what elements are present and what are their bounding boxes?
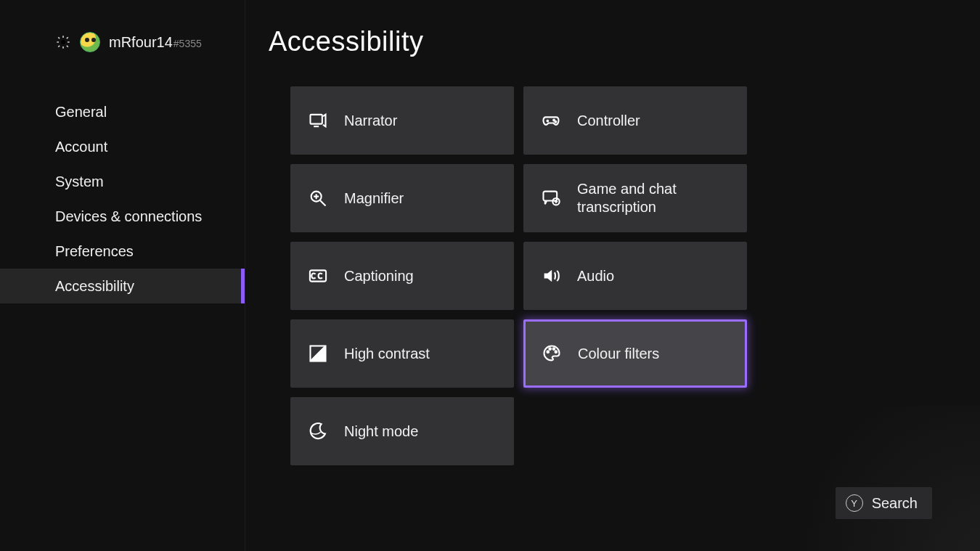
- svg-point-11: [553, 348, 555, 350]
- tile-night-mode[interactable]: Night mode: [290, 397, 514, 465]
- tile-controller[interactable]: Controller: [523, 86, 747, 155]
- chat-icon: [541, 188, 561, 208]
- svg-point-2: [553, 119, 555, 121]
- gear-icon: [55, 34, 71, 50]
- tile-label: Audio: [577, 267, 614, 285]
- sidebar-item-label: Account: [55, 139, 107, 155]
- avatar: [80, 32, 100, 52]
- settings-sidebar: mRfour14#5355 General Account System Dev…: [0, 0, 245, 551]
- magnifier-icon: [308, 188, 328, 208]
- user-tag: #5355: [173, 38, 202, 49]
- sidebar-item-system[interactable]: System: [0, 164, 245, 199]
- moon-icon: [308, 421, 328, 441]
- sidebar-item-label: General: [55, 104, 107, 121]
- controller-icon: [541, 110, 561, 131]
- tile-high-contrast[interactable]: High contrast: [290, 319, 514, 388]
- svg-point-3: [555, 121, 556, 123]
- sidebar-item-accessibility[interactable]: Accessibility: [0, 269, 245, 303]
- sidebar-item-preferences[interactable]: Preferences: [0, 234, 245, 269]
- tile-label: Captioning: [344, 267, 414, 285]
- tiles-grid: Narrator Controller Magnifier Game and c…: [290, 86, 951, 465]
- sidebar-item-devices[interactable]: Devices & connections: [0, 199, 245, 234]
- svg-point-10: [549, 348, 551, 350]
- svg-point-0: [61, 40, 65, 44]
- audio-icon: [541, 266, 561, 286]
- contrast-icon: [308, 343, 328, 364]
- page-title: Accessibility: [269, 26, 951, 57]
- svg-point-9: [547, 351, 549, 353]
- sidebar-nav: General Account System Devices & connect…: [0, 94, 245, 303]
- tile-label: Controller: [577, 112, 640, 130]
- sidebar-item-label: Preferences: [55, 243, 134, 260]
- tile-captioning[interactable]: Captioning: [290, 242, 514, 310]
- tile-colour-filters[interactable]: Colour filters: [523, 319, 747, 388]
- sidebar-item-label: Devices & connections: [55, 208, 202, 225]
- tile-label: Colour filters: [578, 345, 659, 363]
- main-content: Accessibility Narrator Controller Magnif…: [269, 26, 951, 465]
- svg-point-12: [555, 351, 558, 353]
- sidebar-item-label: System: [55, 174, 104, 190]
- cc-icon: [308, 266, 328, 286]
- narrator-icon: [308, 110, 328, 131]
- search-label: Search: [872, 495, 918, 512]
- tile-label: Night mode: [344, 423, 418, 441]
- tile-game-chat-transcription[interactable]: Game and chat transcription: [523, 164, 747, 232]
- sidebar-item-label: Accessibility: [55, 278, 134, 295]
- tile-label: Game and chat transcription: [577, 180, 730, 216]
- username-text: mRfour14: [109, 34, 173, 50]
- tile-audio[interactable]: Audio: [523, 242, 747, 310]
- search-button[interactable]: Y Search: [836, 487, 932, 519]
- sidebar-item-account[interactable]: Account: [0, 129, 245, 164]
- svg-rect-1: [311, 115, 322, 124]
- palette-icon: [542, 343, 562, 364]
- svg-rect-5: [544, 192, 558, 201]
- tile-narrator[interactable]: Narrator: [290, 86, 514, 155]
- tile-label: Narrator: [344, 112, 397, 130]
- tile-label: Magnifier: [344, 189, 404, 208]
- sidebar-item-general[interactable]: General: [0, 94, 245, 129]
- tile-label: High contrast: [344, 345, 430, 363]
- tile-magnifier[interactable]: Magnifier: [290, 164, 514, 232]
- username: mRfour14#5355: [109, 34, 202, 51]
- y-button-icon: Y: [846, 494, 863, 512]
- profile-header: mRfour14#5355: [0, 32, 245, 52]
